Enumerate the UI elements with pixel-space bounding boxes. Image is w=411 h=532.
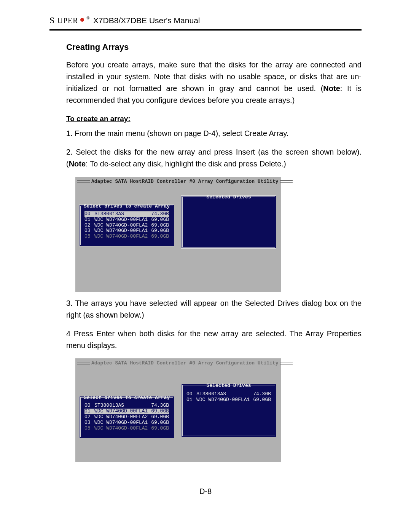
title-rule-icon (77, 362, 90, 365)
drive-id: 05 (84, 234, 94, 240)
drive-model: ST380013AS (196, 391, 250, 397)
selected-drives-panel: Selected Drives (181, 195, 276, 249)
step-2-text-b: : To de-select any disk, highlight the d… (86, 160, 286, 168)
drive-size: 69.0GB (148, 420, 169, 426)
intro-paragraph: Before you create arrays, make sure that… (66, 59, 362, 106)
drive-size: 69.0GB (148, 234, 169, 240)
drive-id: 01 (84, 409, 94, 414)
title-rule-icon (280, 180, 293, 183)
drive-model: ST380013AS (94, 403, 148, 409)
drive-id: 02 (84, 414, 94, 420)
drive-row: 02WDC WD740GD-00FLA269.0GB (84, 414, 169, 420)
drive-model: WDC WD740GD-00FLA2 (94, 234, 148, 240)
drive-model: WDC WD740GD-00FLA1 (94, 409, 148, 414)
drive-model: WDC WD740GD-00FLA1 (94, 228, 148, 234)
drive-row: 00ST380013AS74.3GB (186, 391, 271, 397)
drive-id: 00 (84, 403, 94, 409)
manual-title: X7DB8/X7DBE User's Manual (93, 16, 200, 25)
drive-size: 69.0GB (148, 228, 169, 234)
drive-model: WDC WD740GD-00FLA2 (94, 414, 148, 420)
drive-model: WDC WD740GD-00FLA2 (94, 223, 148, 228)
drive-row: 05WDC WD740GD-00FLA269.0GB (84, 234, 169, 240)
page-number: D-8 (49, 487, 362, 496)
step-4: 4 Press Enter when both disks for the ne… (66, 328, 362, 351)
drive-row: 01WDC WD740GD-00FLA169.0GB (84, 409, 169, 414)
drive-id: 03 (84, 420, 94, 426)
screenshot-title: Adaptec SATA HostRAID Controller #0 Arra… (90, 359, 280, 367)
title-rule-icon (280, 362, 293, 365)
drive-size: 69.0GB (148, 409, 169, 414)
select-drives-panel: Select drives to create Array 00ST380013… (79, 204, 174, 247)
drive-size: 69.0GB (148, 217, 169, 223)
drive-model: ST380013AS (94, 211, 148, 217)
brand-rest: UPER (57, 16, 78, 25)
step-1: 1. From the main menu (shown on page D-4… (66, 128, 362, 139)
drive-id: 05 (84, 426, 94, 431)
drive-row: 01WDC WD740GD-00FLA169.0GB (186, 397, 271, 403)
drive-list: 00ST380013AS74.3GB01WDC WD740GD-00FLA169… (84, 211, 169, 240)
selected-drives-panel: Selected Drives 00ST380013AS74.3GB01WDC … (181, 384, 276, 437)
drive-model: WDC WD740GD-00FLA2 (94, 426, 148, 431)
page-header: SUPER ® X7DB8/X7DBE User's Manual (49, 15, 362, 31)
drive-row: 05WDC WD740GD-00FLA269.0GB (84, 426, 169, 431)
screenshot-body: Select drives to create Array 00ST380013… (75, 185, 281, 292)
drive-id: 03 (84, 228, 94, 234)
screenshot-select-drives: Adaptec SATA HostRAID Controller #0 Arra… (75, 177, 281, 292)
screenshot-selected-drives: Adaptec SATA HostRAID Controller #0 Arra… (75, 358, 281, 462)
step-2-note-label: Note (69, 160, 86, 168)
page-content: Creating Arrays Before you create arrays… (49, 31, 362, 471)
drive-size: 74.3GB (250, 391, 271, 397)
panel-label: Select drives to create Array (81, 394, 173, 402)
document-page: SUPER ® X7DB8/X7DBE User's Manual Creati… (0, 0, 411, 511)
footer-rule (49, 483, 362, 483)
section-title: Creating Arrays (66, 41, 362, 54)
panel-label: Selected Drives (183, 193, 275, 201)
registered-mark: ® (86, 16, 89, 20)
screenshot-body: Select drives to create Array 00ST380013… (75, 367, 281, 462)
drive-model: WDC WD740GD-00FLA1 (94, 420, 148, 426)
drive-size: 69.0GB (250, 397, 271, 403)
drive-size: 74.3GB (148, 211, 169, 217)
select-drives-panel: Select drives to create Array 00ST380013… (79, 396, 174, 438)
panel-label: Selected Drives (183, 382, 275, 390)
drive-id: 01 (84, 217, 94, 223)
drive-list: 00ST380013AS74.3GB01WDC WD740GD-00FLA169… (84, 403, 169, 431)
drive-row: 00ST380013AS74.3GB (84, 403, 169, 409)
drive-id: 02 (84, 223, 94, 228)
drive-model: WDC WD740GD-00FLA1 (196, 397, 250, 403)
step-3: 3. The arrays you have selected will app… (66, 297, 362, 321)
drive-row: 02WDC WD740GD-00FLA269.0GB (84, 223, 169, 228)
screenshot-titlebar: Adaptec SATA HostRAID Controller #0 Arra… (75, 177, 281, 185)
screenshot-titlebar: Adaptec SATA HostRAID Controller #0 Arra… (75, 358, 281, 367)
drive-size: 69.0GB (148, 426, 169, 431)
brand-initial: S (49, 15, 55, 26)
drive-id: 01 (186, 397, 196, 403)
drive-row: 03WDC WD740GD-00FLA169.0GB (84, 228, 169, 234)
procedure-subhead: To create an array: (66, 113, 362, 124)
drive-row: 01WDC WD740GD-00FLA169.0GB (84, 217, 169, 223)
selected-drive-list: 00ST380013AS74.3GB01WDC WD740GD-00FLA169… (186, 391, 271, 403)
drive-model: WDC WD740GD-00FLA1 (94, 217, 148, 223)
drive-row: 00ST380013AS74.3GB (84, 211, 169, 217)
drive-id: 00 (84, 211, 94, 217)
step-2: 2. Select the disks for the new array an… (66, 146, 362, 170)
screenshot-title: Adaptec SATA HostRAID Controller #0 Arra… (90, 178, 280, 185)
drive-id: 00 (186, 391, 196, 397)
drive-row: 03WDC WD740GD-00FLA169.0GB (84, 420, 169, 426)
panel-label: Select drives to create Array (81, 203, 173, 210)
title-rule-icon (77, 180, 90, 183)
brand-dot-icon (80, 18, 84, 22)
drive-size: 69.0GB (148, 223, 169, 228)
intro-note-label: Note (323, 84, 340, 93)
drive-size: 69.0GB (148, 414, 169, 420)
intro-text-a: Before you create arrays, make sure that… (66, 61, 362, 93)
drive-size: 74.3GB (148, 403, 169, 409)
